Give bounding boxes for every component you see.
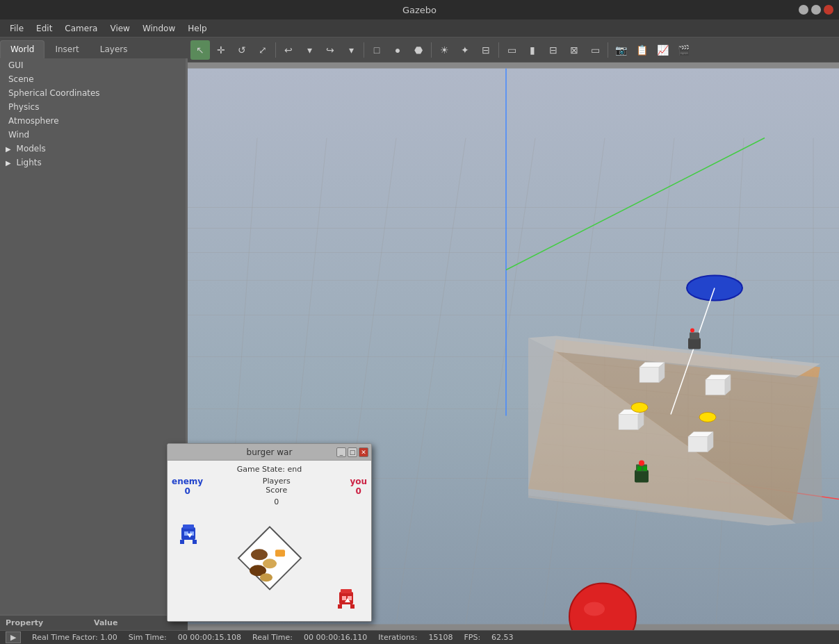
snap-button[interactable]: ▭ <box>585 40 605 60</box>
you-score: 0 <box>350 486 367 496</box>
tree-label-scene: Scene <box>8 74 34 84</box>
redo-dropdown[interactable]: ▾ <box>341 40 361 60</box>
tree-item-gui[interactable]: GUI <box>0 58 188 72</box>
fps-value: 62.53 <box>491 633 514 642</box>
directional-light-button[interactable]: ☀ <box>434 40 454 60</box>
menu-camera[interactable]: Camera <box>59 22 103 35</box>
tab-layers[interactable]: Layers <box>90 40 138 58</box>
tree-label-models: Models <box>17 144 46 154</box>
svg-point-79 <box>260 573 272 581</box>
undo-dropdown[interactable]: ▾ <box>300 40 319 60</box>
tree-item-atmosphere[interactable]: Atmosphere <box>0 114 188 128</box>
players-label: Players <box>263 477 291 486</box>
svg-rect-81 <box>341 589 352 593</box>
property-table: Property Value <box>0 615 188 630</box>
tb-sep-1 <box>275 42 276 58</box>
statusbar: ▶ Real Time Factor: 1.00 Sim Time: 00 00… <box>0 630 839 644</box>
copy-button[interactable]: ▭ <box>502 40 521 60</box>
sphere-button[interactable]: ● <box>388 40 407 60</box>
game-board <box>172 509 367 617</box>
dialog-maximize-button[interactable]: □ <box>348 447 357 457</box>
svg-rect-67 <box>183 525 194 529</box>
svg-rect-48 <box>688 437 708 452</box>
tab-world[interactable]: World <box>0 40 44 58</box>
burger-war-dialog[interactable]: burger war _ □ ✕ Game State: end enemy 0… <box>167 443 372 622</box>
svg-rect-82 <box>342 596 346 600</box>
you-label: you <box>350 477 367 486</box>
score-label: Score <box>263 486 291 495</box>
rotate-tool-button[interactable]: ↺ <box>232 40 252 60</box>
enemy-score: 0 <box>172 486 203 496</box>
tree-item-scene[interactable]: Scene <box>0 72 188 86</box>
spot-light-button[interactable]: ⊟ <box>476 40 496 60</box>
dialog-controls: _ □ ✕ <box>336 447 368 457</box>
game-state-label: Game State: end <box>172 465 367 474</box>
score-center-value: 0 <box>263 497 291 506</box>
dialog-titlebar: burger war _ □ ✕ <box>168 444 371 461</box>
tab-insert[interactable]: Insert <box>44 40 89 58</box>
tree-item-spherical[interactable]: Spherical Coordinates <box>0 86 188 100</box>
menu-file[interactable]: File <box>4 22 29 35</box>
dialog-content: Game State: end enemy 0 Players Score 0 … <box>168 461 371 621</box>
align-button[interactable]: ⊠ <box>564 40 584 60</box>
menu-help[interactable]: Help <box>182 22 212 35</box>
select-tool-button[interactable]: ↖ <box>190 40 210 60</box>
tree-label-gui: GUI <box>8 60 24 70</box>
menu-edit[interactable]: Edit <box>31 22 58 35</box>
toolbar: ↖ ✛ ↺ ⤢ ↩ ▾ ↪ ▾ □ ● ⬣ ☀ ✦ ⊟ ▭ ▮ ⊟ ⊠ ▭ 📷 … <box>188 38 839 63</box>
translate-tool-button[interactable]: ✛ <box>211 40 231 60</box>
cylinder-button[interactable]: ⬣ <box>409 40 428 60</box>
svg-rect-85 <box>350 604 355 609</box>
svg-rect-62 <box>643 467 647 471</box>
scale-tool-button[interactable]: ⤢ <box>253 40 272 60</box>
log-button[interactable]: 📋 <box>632 40 651 60</box>
models-arrow-icon: ▶ <box>6 145 11 153</box>
tree-item-wind[interactable]: Wind <box>0 128 188 142</box>
joint-button[interactable]: ⊟ <box>544 40 563 60</box>
svg-rect-70 <box>180 540 184 544</box>
svg-point-51 <box>631 403 648 413</box>
minimize-button[interactable] <box>799 5 808 15</box>
dialog-title: burger war <box>247 447 293 457</box>
svg-rect-61 <box>637 467 642 471</box>
left-panel: GUI Scene Spherical Coordinates Physics … <box>0 58 188 630</box>
svg-rect-84 <box>338 604 342 609</box>
paste-button[interactable]: ▮ <box>523 40 542 60</box>
real-time-factor: Real Time Factor: 1.00 <box>32 633 117 642</box>
titlebar: Gazebo <box>0 0 839 19</box>
undo-button[interactable]: ↩ <box>279 40 298 60</box>
svg-rect-76 <box>275 550 285 556</box>
you-section: you 0 <box>350 477 367 496</box>
lights-arrow-icon: ▶ <box>6 159 11 167</box>
menu-view[interactable]: View <box>104 22 135 35</box>
redo-button[interactable]: ↪ <box>320 40 340 60</box>
pause-button[interactable]: ▶ <box>6 631 21 643</box>
tree-item-models[interactable]: ▶ Models <box>0 142 188 156</box>
dialog-minimize-button[interactable]: _ <box>336 447 346 457</box>
menubar: File Edit Camera View Window Help <box>0 19 839 38</box>
robot-blue-icon <box>179 522 204 547</box>
enemy-section: enemy 0 <box>172 477 203 496</box>
screenshot-button[interactable]: 📷 <box>611 40 630 60</box>
svg-rect-39 <box>640 368 659 383</box>
tree-item-physics[interactable]: Physics <box>0 100 188 114</box>
svg-point-64 <box>584 602 605 616</box>
tree-label-lights: Lights <box>17 158 42 167</box>
maximize-button[interactable] <box>811 5 821 15</box>
svg-rect-58 <box>635 470 649 483</box>
menu-window[interactable]: Window <box>137 22 181 35</box>
close-button[interactable] <box>824 5 833 15</box>
dialog-close-button[interactable]: ✕ <box>359 447 368 457</box>
point-light-button[interactable]: ✦ <box>455 40 475 60</box>
tree-item-lights[interactable]: ▶ Lights <box>0 156 188 170</box>
record-button[interactable]: 🎬 <box>674 40 693 60</box>
svg-rect-45 <box>619 415 638 430</box>
robot-red-icon <box>336 586 361 611</box>
tb-sep-3 <box>431 42 432 58</box>
fps-label: FPS: <box>464 633 480 642</box>
players-row: enemy 0 Players Score 0 you 0 <box>172 477 367 509</box>
property-col-header: Property <box>6 618 94 627</box>
box-button[interactable]: □ <box>367 40 386 60</box>
plot-button[interactable]: 📈 <box>653 40 672 60</box>
diamond-board-container <box>228 516 311 602</box>
